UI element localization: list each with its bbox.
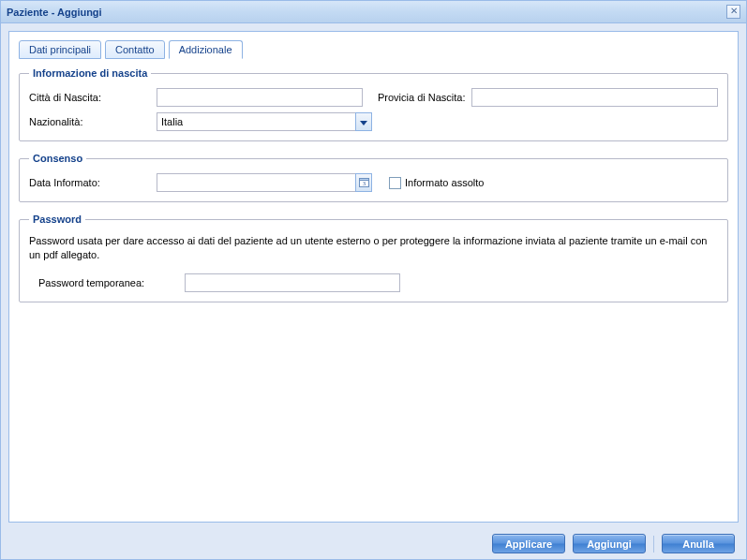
nationality-combo[interactable] <box>157 112 372 131</box>
password-fieldset: Password Password usata per dare accesso… <box>19 214 728 302</box>
titlebar: Paziente - Aggiungi ✕ <box>1 1 746 23</box>
content-panel: Dati principali Contatto Addizionale Inf… <box>8 31 739 523</box>
password-legend: Password <box>29 214 85 225</box>
window-title: Paziente - Aggiungi <box>7 7 102 18</box>
password-temp-label: Password temporanea: <box>38 277 179 288</box>
nationality-trigger[interactable] <box>355 112 372 131</box>
birth-province-label: Provicia di Nascita: <box>378 92 466 103</box>
birth-fieldset: Informazione di nascita Città di Nascita… <box>19 67 728 141</box>
tab-strip: Dati principali Contatto Addizionale <box>19 39 728 58</box>
consent-date-label: Data Informato: <box>29 177 151 188</box>
birth-province-input[interactable] <box>471 88 718 107</box>
consent-checkbox-label: Informato assolto <box>405 177 484 188</box>
content-outer: Dati principali Contatto Addizionale Inf… <box>1 23 746 530</box>
birth-city-input[interactable] <box>157 88 363 107</box>
consent-legend: Consenso <box>29 153 86 164</box>
calendar-icon: 3 <box>359 177 369 189</box>
dialog-window: Paziente - Aggiungi ✕ Dati principali Co… <box>0 0 747 560</box>
consent-checkbox[interactable] <box>389 177 401 189</box>
password-temp-input[interactable] <box>185 273 400 292</box>
chevron-down-icon <box>360 116 367 127</box>
nationality-input[interactable] <box>157 112 355 131</box>
consent-date-field[interactable]: 3 <box>157 173 372 192</box>
nationality-label: Nazionalità: <box>29 116 151 127</box>
tab-additional[interactable]: Addizionale <box>169 40 243 59</box>
cancel-button[interactable]: Anulla <box>662 534 735 553</box>
add-button[interactable]: Aggiungi <box>573 534 646 553</box>
birth-legend: Informazione di nascita <box>29 67 151 79</box>
consent-fieldset: Consenso Data Informato: 3 <box>19 153 728 202</box>
tab-contact[interactable]: Contatto <box>105 40 165 59</box>
button-separator <box>653 536 654 553</box>
consent-date-trigger[interactable]: 3 <box>355 173 372 192</box>
birth-city-label: Città di Nascita: <box>29 92 151 103</box>
svg-text:3: 3 <box>363 181 366 186</box>
apply-button[interactable]: Applicare <box>492 534 565 553</box>
consent-date-input[interactable] <box>157 173 355 192</box>
close-button[interactable]: ✕ <box>726 5 740 19</box>
password-description: Password usata per dare accesso ai dati … <box>29 234 718 262</box>
close-icon: ✕ <box>730 6 738 16</box>
tab-main[interactable]: Dati principali <box>19 40 101 59</box>
button-bar: Applicare Aggiungi Anulla <box>1 530 746 559</box>
